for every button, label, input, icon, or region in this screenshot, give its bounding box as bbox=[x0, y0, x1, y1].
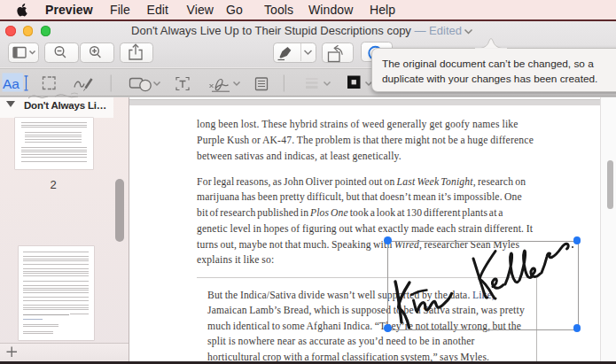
svg-text:Aa: Aa bbox=[3, 76, 19, 91]
